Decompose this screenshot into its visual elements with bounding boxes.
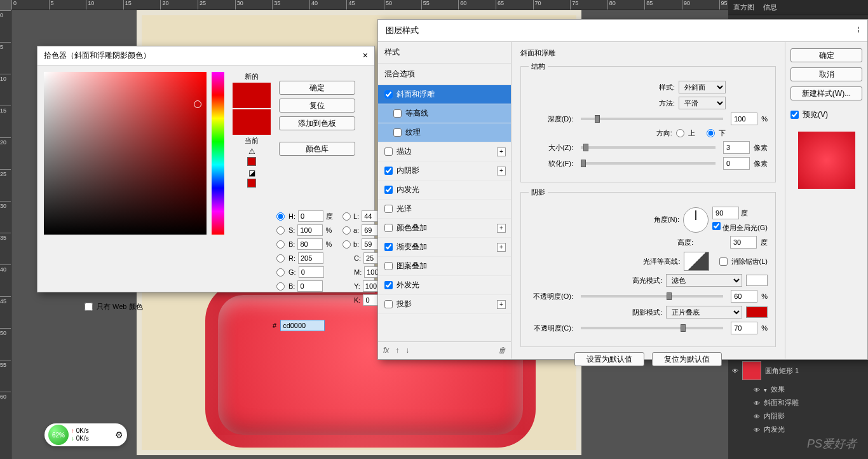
- close-icon[interactable]: ×: [363, 50, 368, 61]
- hex-input[interactable]: [280, 320, 325, 331]
- preview-checkbox[interactable]: [790, 111, 799, 119]
- hue-slider[interactable]: [212, 72, 224, 235]
- color-picker-dialog: 拾色器（斜面和浮雕阴影颜色） × 新的 当前 ⚠ ◪ 确定 复位 添加到色板 颜…: [37, 46, 375, 292]
- ruler-vertical: 051015202530354045505560: [0, 10, 11, 459]
- tab-info[interactable]: 信息: [763, 3, 777, 12]
- section-title: 斜面和浮雕: [520, 48, 776, 58]
- current-color-swatch: [233, 109, 271, 135]
- style-texture[interactable]: 纹理: [378, 123, 511, 142]
- blend-options-header[interactable]: 混合选项: [378, 64, 511, 85]
- fx-item[interactable]: 内阴影: [728, 409, 868, 423]
- dir-down-radio[interactable]: [707, 129, 715, 137]
- dialog-title: 拾色器（斜面和浮雕阴影颜色）: [44, 50, 151, 61]
- size-slider[interactable]: [581, 146, 715, 149]
- altitude-input[interactable]: [730, 236, 757, 249]
- style-grad-overlay[interactable]: 渐变叠加+: [378, 238, 511, 257]
- dialog-title: 图层样式: [386, 25, 419, 36]
- highlight-mode-select[interactable]: 滤色: [666, 274, 742, 287]
- ok-button[interactable]: 确定: [279, 81, 355, 95]
- style-contour[interactable]: 等高线: [378, 104, 511, 123]
- websafe-warning-icon[interactable]: ◪: [229, 168, 274, 177]
- highlight-opacity-input[interactable]: [731, 290, 757, 303]
- size-input[interactable]: [723, 141, 750, 154]
- fx-icon[interactable]: fx: [383, 346, 389, 355]
- color-lib-button[interactable]: 颜色库: [279, 142, 355, 156]
- dir-up-radio[interactable]: [676, 129, 684, 137]
- fx-header[interactable]: 效果: [728, 383, 868, 396]
- style-inner-shadow[interactable]: 内阴影+: [378, 161, 511, 181]
- layer-style-dialog: 图层样式 ⁞ 样式 混合选项 斜面和浮雕 等高线 纹理 描边+ 内阴影+ 内发光…: [377, 19, 868, 360]
- visibility-icon[interactable]: [732, 367, 738, 374]
- styles-header[interactable]: 样式: [378, 42, 511, 64]
- make-default-button[interactable]: 设置为默认值: [574, 352, 644, 366]
- depth-input[interactable]: [731, 113, 757, 125]
- depth-slider[interactable]: [581, 118, 723, 120]
- antialias-checkbox[interactable]: [719, 257, 728, 266]
- tab-histogram[interactable]: 直方图: [733, 3, 754, 12]
- new-color-swatch: [233, 83, 271, 108]
- bevel-style-select[interactable]: 外斜面: [679, 81, 726, 93]
- percentage-badge: 62%: [48, 425, 69, 445]
- style-bevel[interactable]: 斜面和浮雕: [378, 85, 511, 104]
- global-light-checkbox[interactable]: [712, 222, 721, 230]
- style-outer-glow[interactable]: 外发光: [378, 276, 511, 295]
- style-satin[interactable]: 光泽: [378, 200, 511, 219]
- add-icon[interactable]: +: [497, 167, 506, 175]
- angle-input[interactable]: [712, 207, 739, 219]
- style-stroke[interactable]: 描边+: [378, 142, 511, 161]
- angle-wheel[interactable]: [683, 207, 709, 233]
- shadow-mode-select[interactable]: 正片叠底: [666, 306, 742, 319]
- settings-icon[interactable]: ⚙: [115, 430, 123, 440]
- style-pattern-overlay[interactable]: 图案叠加: [378, 257, 511, 276]
- shadow-opacity-input[interactable]: [731, 322, 757, 334]
- watermark: PS爱好者: [807, 436, 857, 451]
- layer-name: 圆角矩形 1: [765, 366, 799, 376]
- highlight-opacity-slider[interactable]: [581, 295, 723, 298]
- reset-button[interactable]: 复位: [279, 99, 355, 113]
- style-color-overlay[interactable]: 颜色叠加+: [378, 219, 511, 238]
- web-only-checkbox[interactable]: [85, 303, 93, 311]
- reset-default-button[interactable]: 复位为默认值: [652, 352, 722, 366]
- new-style-button[interactable]: 新建样式(W)...: [790, 86, 862, 100]
- close-icon[interactable]: ⁞: [857, 25, 860, 36]
- highlight-color-swatch[interactable]: [746, 275, 768, 286]
- shadow-opacity-slider[interactable]: [581, 327, 723, 329]
- soften-input[interactable]: [723, 157, 750, 170]
- current-label: 当前: [229, 136, 274, 146]
- soften-slider[interactable]: [581, 162, 715, 165]
- gloss-contour[interactable]: [684, 252, 709, 271]
- bevel-method-select[interactable]: 平滑: [679, 97, 726, 109]
- web-only-label: 只有 Web 颜色: [97, 302, 143, 312]
- arrow-up-icon[interactable]: ↑: [395, 346, 399, 355]
- add-icon[interactable]: +: [497, 224, 506, 233]
- add-swatch-button[interactable]: 添加到色板: [279, 116, 355, 130]
- ok-button[interactable]: 确定: [790, 48, 862, 62]
- saturation-value-field[interactable]: [44, 72, 207, 235]
- trash-icon[interactable]: 🗑: [498, 346, 506, 355]
- fx-item[interactable]: 内发光: [728, 423, 868, 436]
- add-icon[interactable]: +: [497, 147, 506, 156]
- fx-item[interactable]: 斜面和浮雕: [728, 396, 868, 409]
- add-icon[interactable]: +: [497, 243, 506, 252]
- new-label: 新的: [229, 72, 274, 81]
- style-settings: 斜面和浮雕 结构 样式:外斜面 方法:平滑 深度(D):% 方向:上 下 大小(…: [512, 42, 785, 359]
- style-list: 样式 混合选项 斜面和浮雕 等高线 纹理 描边+ 内阴影+ 内发光 光泽 颜色叠…: [378, 42, 512, 359]
- style-inner-glow[interactable]: 内发光: [378, 181, 511, 200]
- gamut-warning-icon[interactable]: ⚠: [229, 147, 274, 156]
- style-preview-swatch: [798, 132, 855, 189]
- arrow-down-icon[interactable]: ↓: [405, 346, 409, 355]
- cancel-button[interactable]: 取消: [790, 67, 862, 81]
- network-widget[interactable]: 62% ↑ 0K/s ↓ 0K/s ⚙: [44, 423, 127, 446]
- hex-label: #: [273, 322, 276, 329]
- style-drop-shadow[interactable]: 投影+: [378, 295, 511, 314]
- shadow-color-swatch[interactable]: [746, 306, 768, 318]
- add-icon[interactable]: +: [497, 300, 506, 309]
